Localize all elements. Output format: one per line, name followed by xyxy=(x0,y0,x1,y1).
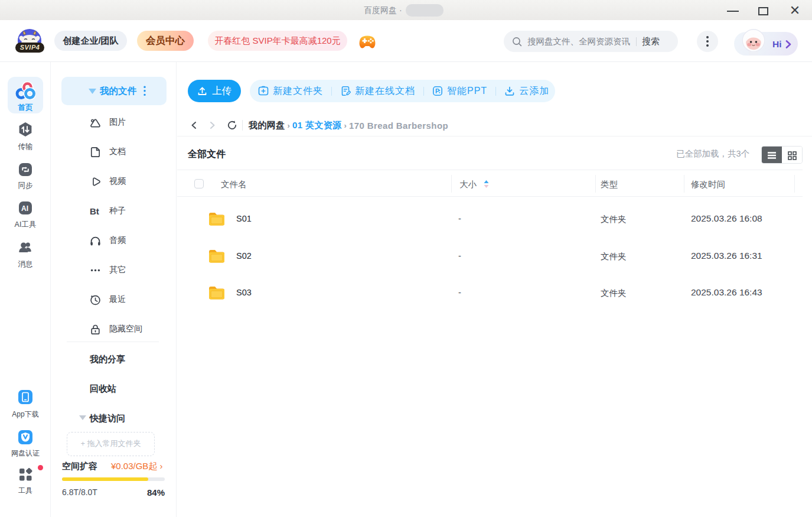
svg-text:Bt: Bt xyxy=(90,206,99,216)
svg-text:AI: AI xyxy=(21,204,28,213)
